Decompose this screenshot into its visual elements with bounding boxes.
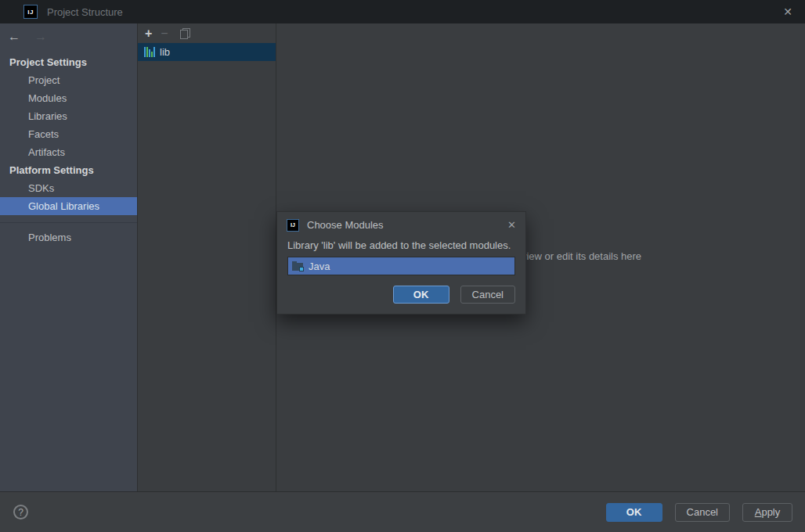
- dialog-footer: ? OK Cancel Apply: [0, 491, 805, 532]
- module-icon: [292, 261, 304, 271]
- sidebar-separator: [0, 222, 137, 223]
- add-icon[interactable]: +: [145, 27, 152, 40]
- modules-list: Java: [287, 257, 515, 275]
- sidebar-item-global-libraries[interactable]: Global Libraries: [0, 197, 137, 215]
- libraries-toolbar: + −: [138, 23, 276, 43]
- apply-rest: pply: [761, 506, 780, 518]
- apply-button[interactable]: Apply: [742, 503, 792, 522]
- remove-icon[interactable]: −: [161, 27, 168, 40]
- module-item-label: Java: [309, 261, 330, 272]
- library-item-label: lib: [160, 46, 170, 58]
- back-arrow-icon[interactable]: ←: [8, 30, 20, 44]
- sidebar-header-project-settings: Project Settings: [0, 53, 137, 71]
- sidebar-item-problems[interactable]: Problems: [0, 228, 137, 246]
- sidebar-item-libraries[interactable]: Libraries: [0, 107, 137, 125]
- ok-button[interactable]: OK: [606, 503, 662, 522]
- sidebar-header-platform-settings: Platform Settings: [0, 161, 137, 179]
- cancel-button[interactable]: Cancel: [675, 503, 730, 522]
- sidebar-item-modules[interactable]: Modules: [0, 89, 137, 107]
- libraries-list-panel: + − lib: [137, 23, 276, 491]
- library-list-item-lib[interactable]: lib: [138, 43, 276, 61]
- sidebar-item-facets[interactable]: Facets: [0, 125, 137, 143]
- forward-arrow-icon[interactable]: →: [34, 30, 47, 44]
- intellij-logo-icon: IJ: [23, 5, 38, 19]
- dialog-message: Library 'lib' will be added to the selec…: [277, 238, 525, 251]
- sidebar-item-project[interactable]: Project: [0, 71, 137, 89]
- help-icon[interactable]: ?: [13, 505, 28, 519]
- sidebar-list: Project Settings Project Modules Librari…: [0, 53, 137, 246]
- module-list-item-java[interactable]: Java: [288, 257, 514, 275]
- window-close-icon[interactable]: ✕: [783, 5, 792, 18]
- sidebar-item-sdks[interactable]: SDKs: [0, 179, 137, 197]
- choose-modules-titlebar: IJ Choose Modules ✕: [277, 212, 525, 238]
- dialog-close-icon[interactable]: ✕: [507, 219, 516, 231]
- intellij-logo-icon: IJ: [287, 219, 299, 232]
- dialog-cancel-button[interactable]: Cancel: [460, 286, 515, 304]
- window-titlebar: IJ Project Structure ✕: [0, 0, 805, 23]
- apply-mnemonic: A: [755, 506, 762, 518]
- sidebar-item-artifacts[interactable]: Artifacts: [0, 143, 137, 161]
- choose-modules-dialog: IJ Choose Modules ✕ Library 'lib' will b…: [276, 211, 526, 315]
- dialog-buttons: OK Cancel: [277, 275, 525, 314]
- window-title: Project Structure: [47, 6, 123, 18]
- copy-icon[interactable]: [180, 28, 190, 39]
- project-structure-window: IJ Project Structure ✕ ← → Project Setti…: [0, 0, 805, 532]
- dialog-ok-button[interactable]: OK: [393, 286, 449, 304]
- footer-buttons: OK Cancel Apply: [606, 503, 805, 522]
- history-nav: ← →: [0, 23, 137, 45]
- library-icon: [144, 47, 155, 57]
- settings-sidebar: ← → Project Settings Project Modules Lib…: [0, 23, 137, 491]
- choose-modules-title: Choose Modules: [307, 219, 384, 231]
